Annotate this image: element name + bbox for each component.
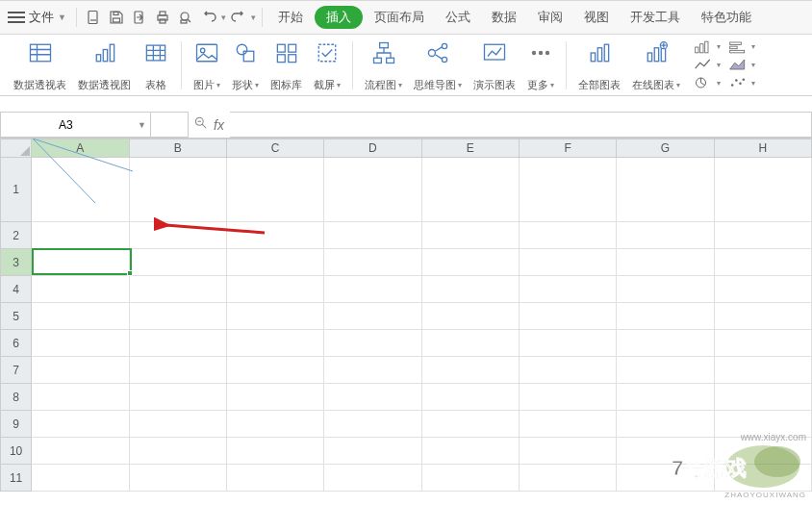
cell-D6[interactable] — [324, 330, 421, 357]
cell-B3[interactable] — [130, 249, 227, 276]
mindmap-button[interactable]: 思维导图▾ — [414, 38, 462, 92]
cell-G1[interactable] — [617, 158, 714, 222]
col-header-F[interactable]: F — [520, 139, 617, 158]
cell-G5[interactable] — [617, 303, 714, 330]
chart-bar-button[interactable]: ▾ — [728, 38, 755, 56]
cell-E4[interactable] — [422, 276, 520, 303]
cell-H10[interactable] — [715, 438, 812, 465]
cell-F6[interactable] — [520, 330, 617, 357]
cell-A8[interactable] — [32, 384, 129, 411]
cell-A11[interactable] — [32, 465, 129, 492]
cell-D3[interactable] — [324, 249, 421, 276]
cell-B2[interactable] — [130, 222, 227, 249]
cell-C6[interactable] — [227, 330, 324, 357]
chart-line-button[interactable]: ▾ — [694, 56, 721, 73]
cell-A7[interactable] — [32, 357, 129, 384]
cell-D8[interactable] — [324, 384, 421, 411]
cell-C2[interactable] — [227, 222, 324, 249]
online-chart-button[interactable]: 在线图表▾ — [632, 38, 680, 92]
cell-F8[interactable] — [520, 384, 617, 411]
more-button[interactable]: 更多▾ — [527, 38, 554, 92]
cell-H5[interactable] — [715, 303, 812, 330]
cell-G8[interactable] — [617, 384, 714, 411]
cell-D2[interactable] — [324, 222, 421, 249]
chart-pie-button[interactable]: ▾ — [694, 74, 721, 91]
tab-formulas[interactable]: 公式 — [436, 5, 480, 30]
undo-dropdown[interactable]: ▾ — [221, 13, 226, 22]
cell-A9[interactable] — [32, 411, 129, 438]
cell-C9[interactable] — [227, 411, 324, 438]
row-header-8[interactable]: 8 — [0, 384, 32, 411]
cell-F9[interactable] — [520, 411, 617, 438]
cell-E10[interactable] — [422, 438, 520, 465]
cancel-formula-icon[interactable] — [194, 116, 208, 133]
row-header-3[interactable]: 3 — [0, 249, 32, 276]
cell-C10[interactable] — [227, 438, 324, 465]
redo-button[interactable] — [228, 7, 249, 28]
col-header-H[interactable]: H — [715, 139, 812, 158]
cell-B4[interactable] — [130, 276, 227, 303]
cell-F5[interactable] — [520, 303, 617, 330]
tab-insert[interactable]: 插入 — [315, 6, 363, 29]
cell-C5[interactable] — [227, 303, 324, 330]
row-header-2[interactable]: 2 — [0, 222, 32, 249]
cell-H7[interactable] — [715, 357, 812, 384]
cell-C3[interactable] — [227, 249, 324, 276]
cell-A10[interactable] — [32, 438, 129, 465]
cell-B9[interactable] — [130, 411, 227, 438]
cell-E9[interactable] — [422, 411, 520, 438]
cell-A3[interactable] — [32, 249, 129, 276]
chart-area-button[interactable]: ▾ — [728, 56, 755, 73]
cell-F11[interactable] — [520, 465, 617, 492]
tab-special[interactable]: 特色功能 — [692, 5, 761, 30]
cell-H8[interactable] — [715, 384, 812, 411]
cell-E2[interactable] — [422, 222, 520, 249]
shapes-button[interactable]: 形状▾ — [232, 38, 259, 92]
cell-F3[interactable] — [520, 249, 617, 276]
cell-G9[interactable] — [617, 411, 714, 438]
hamburger-icon[interactable] — [8, 12, 25, 23]
screenshot-button[interactable]: 截屏▾ — [314, 38, 341, 92]
pivot-table-button[interactable]: 数据透视表 — [13, 38, 66, 92]
row-header-6[interactable]: 6 — [0, 330, 32, 357]
cell-F4[interactable] — [520, 276, 617, 303]
cell-H1[interactable] — [715, 158, 812, 222]
cell-E5[interactable] — [422, 303, 520, 330]
col-header-A[interactable]: A — [32, 139, 129, 158]
cell-D11[interactable] — [324, 465, 421, 492]
cell-B8[interactable] — [130, 384, 227, 411]
col-header-D[interactable]: D — [324, 139, 421, 158]
file-menu[interactable]: 文件 ▼ — [29, 9, 66, 26]
cell-D9[interactable] — [324, 411, 421, 438]
export-button[interactable] — [129, 7, 150, 28]
cell-G10[interactable] — [617, 438, 714, 465]
cell-A6[interactable] — [32, 330, 129, 357]
cell-H11[interactable] — [715, 465, 812, 492]
print-button[interactable] — [152, 7, 173, 28]
cell-D10[interactable] — [324, 438, 421, 465]
print-preview-button[interactable] — [175, 7, 196, 28]
cell-B1[interactable] — [130, 158, 227, 222]
chart-scatter-button[interactable]: ▾ — [728, 74, 755, 91]
cell-B11[interactable] — [130, 465, 227, 492]
cell-E7[interactable] — [422, 357, 520, 384]
cell-A2[interactable] — [32, 222, 129, 249]
cell-C7[interactable] — [227, 357, 324, 384]
cell-A5[interactable] — [32, 303, 129, 330]
cell-H2[interactable] — [715, 222, 812, 249]
cell-C11[interactable] — [227, 465, 324, 492]
cell-E6[interactable] — [422, 330, 520, 357]
cell-B10[interactable] — [130, 438, 227, 465]
cell-G11[interactable] — [617, 465, 714, 492]
row-header-5[interactable]: 5 — [0, 303, 32, 330]
cell-G7[interactable] — [617, 357, 714, 384]
cell-E1[interactable] — [422, 158, 520, 222]
row-header-9[interactable]: 9 — [0, 411, 32, 438]
tab-view[interactable]: 视图 — [574, 5, 619, 30]
cell-B6[interactable] — [130, 330, 227, 357]
col-header-E[interactable]: E — [422, 139, 520, 158]
cell-H6[interactable] — [715, 330, 812, 357]
cell-F7[interactable] — [520, 357, 617, 384]
cell-D1[interactable] — [324, 158, 421, 222]
new-doc-button[interactable] — [83, 7, 104, 28]
